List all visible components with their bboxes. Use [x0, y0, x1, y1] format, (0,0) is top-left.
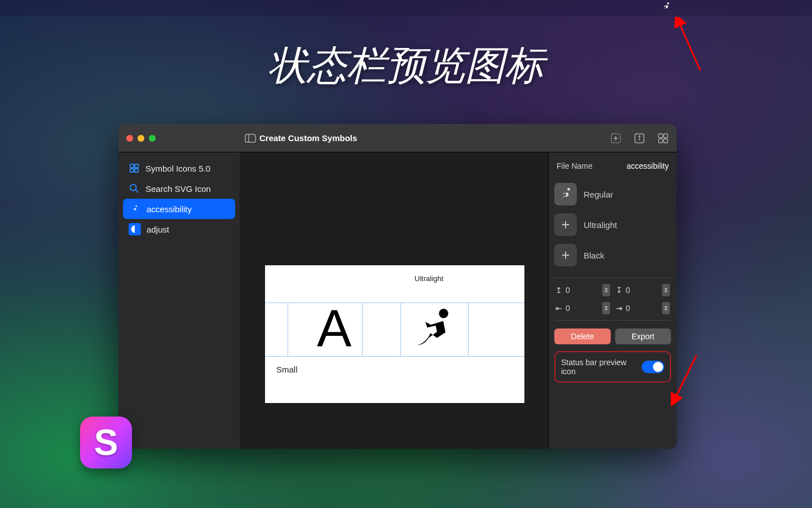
arrow-left-icon: ⇤	[555, 304, 562, 313]
nudge-value: 0	[626, 286, 630, 295]
window-title: Create Custom Symbols	[259, 133, 357, 143]
window-controls[interactable]	[126, 135, 156, 142]
zoom-icon[interactable]	[149, 135, 156, 142]
canvas-area: Ultralight A Small	[240, 152, 548, 449]
svg-rect-17	[135, 169, 138, 172]
weight-ultralight[interactable]: Ultralight	[554, 212, 671, 237]
weight-thumb-icon	[554, 183, 577, 205]
nudge-right[interactable]: ⇥ 0	[616, 302, 670, 314]
export-button[interactable]: Export	[615, 329, 672, 344]
svg-point-22	[439, 309, 448, 318]
sidebar-item-label: adjust	[147, 225, 169, 234]
nudge-value: 0	[626, 304, 630, 313]
info-icon[interactable]	[634, 133, 645, 144]
svg-rect-14	[130, 164, 134, 168]
svg-rect-16	[130, 169, 134, 172]
guide-line	[362, 303, 363, 357]
svg-rect-12	[659, 139, 663, 143]
guide-line	[468, 303, 469, 357]
file-name-row: File Name accessibility	[554, 158, 671, 176]
sidebar: Symbol Icons 5.0 Search SVG Icon accessi…	[118, 152, 240, 449]
sidebar-item-adjust[interactable]: adjust	[123, 219, 235, 239]
sidebar-toggle-icon[interactable]	[245, 134, 256, 143]
file-name-value: accessibility	[626, 161, 669, 170]
reference-glyph: A	[317, 299, 351, 358]
sidebar-item-search[interactable]: Search SVG Icon	[123, 178, 235, 199]
close-icon[interactable]	[126, 135, 133, 142]
add-weight-icon[interactable]	[554, 213, 577, 236]
svg-point-18	[130, 185, 136, 191]
svg-point-20	[135, 205, 137, 207]
guide-line	[400, 303, 401, 357]
svg-line-19	[136, 190, 139, 193]
annotation-arrow-bottom	[668, 353, 702, 409]
stepper[interactable]	[602, 284, 610, 296]
menubar-accessibility-icon[interactable]	[661, 2, 671, 14]
sidebar-item-label: Search SVG Icon	[145, 184, 211, 194]
sidebar-item-label: Symbol Icons 5.0	[145, 164, 210, 173]
nudge-down[interactable]: ↧ 0	[616, 284, 670, 296]
symbol-preview-icon	[412, 306, 457, 353]
grid-icon	[129, 163, 140, 174]
arrow-right-icon: ⇥	[616, 304, 623, 313]
app-window: Create Custom Symbols Symbol Icons 5.0	[118, 124, 677, 449]
weight-black[interactable]: Black	[554, 243, 671, 268]
nudge-value: 0	[566, 304, 570, 313]
grid-view-icon[interactable]	[657, 133, 669, 144]
stepper[interactable]	[662, 284, 670, 296]
nudge-value: 0	[566, 286, 570, 295]
weight-regular[interactable]: Regular	[554, 182, 671, 207]
sidebar-item-symbol-icons[interactable]: Symbol Icons 5.0	[123, 158, 235, 178]
arrow-down-icon: ↧	[616, 286, 623, 295]
toggle-label: Status bar preview icon	[561, 358, 629, 376]
minimize-icon[interactable]	[138, 135, 144, 142]
search-icon	[129, 183, 140, 194]
svg-rect-2	[245, 134, 255, 142]
arrow-up-icon: ↥	[555, 286, 562, 295]
titlebar: Create Custom Symbols	[118, 124, 677, 152]
svg-rect-10	[659, 134, 663, 138]
app-dock-icon[interactable]: S	[80, 417, 132, 468]
file-name-label: File Name	[557, 161, 593, 170]
headline: 状态栏预览图标	[0, 40, 812, 93]
svg-rect-15	[135, 164, 138, 168]
weight-label: Black	[584, 251, 604, 260]
svg-point-23	[567, 188, 570, 191]
menubar	[0, 0, 812, 16]
size-label: Small	[276, 365, 298, 374]
guide-line	[288, 303, 288, 357]
adjust-icon	[129, 223, 141, 235]
svg-point-8	[639, 135, 640, 137]
dock-icon-letter: S	[94, 422, 118, 463]
inspector-panel: File Name accessibility Regular Ultralig…	[548, 152, 677, 449]
add-weight-icon[interactable]	[554, 244, 577, 266]
weight-label: Ultralight	[584, 220, 617, 230]
sidebar-item-accessibility[interactable]: accessibility	[123, 199, 235, 219]
preview-canvas: Ultralight A Small	[265, 265, 524, 403]
nudge-up[interactable]: ↥ 0	[555, 284, 610, 296]
baseline-grid	[265, 303, 524, 357]
sidebar-item-label: accessibility	[147, 204, 192, 214]
weight-label: Regular	[584, 190, 614, 199]
svg-rect-13	[664, 139, 668, 143]
weight-label: Ultralight	[414, 274, 443, 283]
statusbar-preview-toggle[interactable]	[642, 361, 664, 373]
svg-rect-11	[664, 134, 668, 138]
nudge-controls: ↥ 0 ↧ 0 ⇤ 0 ⇥ 0	[554, 278, 671, 321]
stepper[interactable]	[602, 302, 610, 314]
delete-button[interactable]: Delete	[554, 329, 611, 344]
accessibility-icon	[129, 203, 141, 215]
svg-line-28	[674, 356, 696, 401]
svg-point-0	[667, 2, 669, 4]
nudge-left[interactable]: ⇤ 0	[555, 302, 610, 314]
add-symbol-icon[interactable]	[610, 133, 621, 144]
statusbar-preview-toggle-row: Status bar preview icon	[554, 351, 671, 383]
stepper[interactable]	[662, 302, 670, 314]
